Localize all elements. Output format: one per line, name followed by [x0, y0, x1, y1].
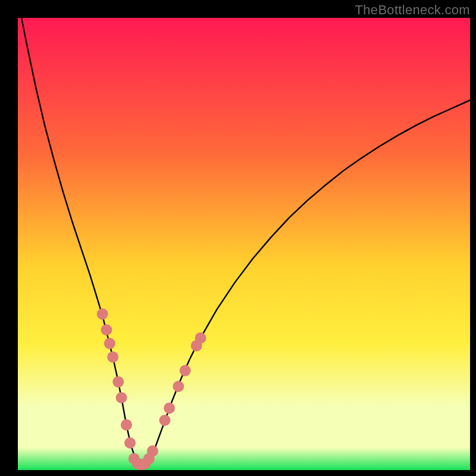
curve-dot — [112, 376, 124, 387]
curve-dot — [180, 365, 191, 376]
curve-dot — [116, 392, 127, 403]
curve-dot — [121, 419, 132, 431]
curve-dot — [195, 333, 206, 344]
curve-dot — [101, 324, 112, 336]
curve-dot — [124, 437, 136, 449]
plot-area — [18, 18, 470, 470]
curve-dot — [164, 402, 175, 414]
chart-frame: TheBottleneck.com — [0, 0, 476, 476]
curve-dot — [97, 308, 108, 320]
watermark-text: TheBottleneck.com — [355, 2, 470, 18]
curve-dot — [107, 352, 118, 363]
curve-dot — [147, 446, 158, 457]
curve-dot — [104, 338, 115, 349]
curve-dot — [159, 415, 171, 426]
curve-dot — [173, 381, 184, 392]
curve-dots — [18, 18, 470, 470]
